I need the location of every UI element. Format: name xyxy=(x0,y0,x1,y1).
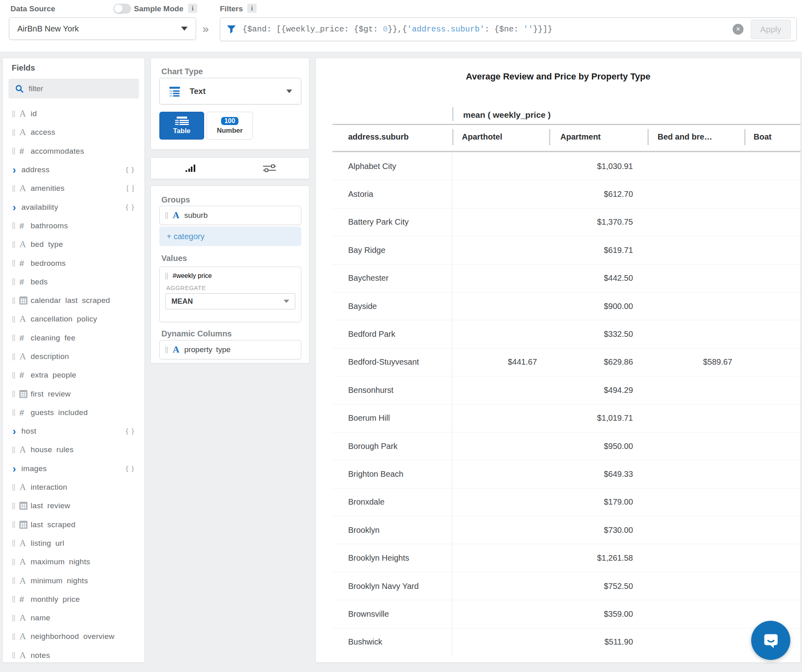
field-item[interactable]: accommodates xyxy=(3,142,144,161)
field-type-icon xyxy=(19,146,31,156)
field-name: accommodates xyxy=(31,147,84,156)
collapse-chevrons[interactable]: » xyxy=(203,23,209,35)
field-name: access xyxy=(31,128,55,137)
field-search-box[interactable] xyxy=(8,79,139,98)
field-item[interactable]: images { } xyxy=(3,459,144,478)
cell-apartment: $442.50 xyxy=(549,273,647,283)
field-item[interactable]: listing url xyxy=(3,534,144,553)
tab-chart-settings[interactable] xyxy=(151,158,230,179)
dynamic-column-chip[interactable]: A property type xyxy=(159,340,301,359)
field-name: extra people xyxy=(31,371,76,380)
field-item[interactable]: bed type xyxy=(3,235,144,254)
column-header-apartment: Apartment xyxy=(560,132,601,142)
field-item[interactable]: last scraped xyxy=(3,515,144,534)
sample-mode-info-icon[interactable]: i xyxy=(188,4,197,13)
field-item[interactable]: host { } xyxy=(3,422,144,440)
field-item[interactable]: extra people xyxy=(3,366,144,384)
field-item[interactable]: beds xyxy=(3,273,144,291)
cell-apartment: $649.33 xyxy=(549,470,647,479)
group-field-chip[interactable]: A suburb xyxy=(159,206,301,225)
tab-customize[interactable] xyxy=(230,158,309,179)
column-tick xyxy=(549,129,550,145)
field-item[interactable]: calendar last scraped xyxy=(3,291,144,310)
field-type-icon xyxy=(19,613,31,623)
field-item[interactable]: cancellation policy xyxy=(3,310,144,328)
drag-handle-icon xyxy=(13,484,15,491)
chat-launcher-button[interactable] xyxy=(751,621,790,660)
query-segment: }}]} xyxy=(533,25,552,34)
field-item[interactable]: description xyxy=(3,347,144,366)
field-item[interactable]: interaction xyxy=(3,478,144,497)
fields-title: Fields xyxy=(12,63,144,73)
groups-label: Groups xyxy=(161,195,190,205)
field-name: house rules xyxy=(31,445,74,454)
filters-info-icon[interactable]: i xyxy=(247,4,257,13)
apply-button[interactable]: Apply xyxy=(751,20,791,39)
field-item[interactable]: amenities [ ] xyxy=(3,179,144,198)
table-row: Baychester $442.50 xyxy=(332,264,800,292)
cell-suburb: Bedford-Stuyvesant xyxy=(332,349,452,376)
table-row: Bedford-Stuyvesant $441.67 $629.86 $589.… xyxy=(332,348,800,376)
drag-handle-icon xyxy=(13,577,15,584)
filter-query-box[interactable]: {$and: [{weekly_price: {$gt: 0}},{'addre… xyxy=(220,17,797,41)
cell-apartment: $1,019.71 xyxy=(549,413,647,423)
drag-handle-icon xyxy=(13,334,15,341)
field-item[interactable]: monthly price xyxy=(3,590,144,609)
table-row: Bronxdale $179.00 xyxy=(332,488,800,516)
field-item[interactable]: access xyxy=(3,123,144,142)
add-category-button[interactable]: + category xyxy=(159,227,301,246)
field-item[interactable]: availability { } xyxy=(3,198,144,216)
field-item[interactable]: id xyxy=(3,104,144,123)
field-item[interactable]: address { } xyxy=(3,161,144,179)
drag-handle-icon xyxy=(13,615,15,622)
number-subtype-button[interactable]: 100 Number xyxy=(207,112,253,140)
cell-apartment: $1,030.91 xyxy=(549,162,647,171)
table-row: Astoria $612.70 xyxy=(332,180,800,208)
table-subtype-button[interactable]: Table xyxy=(159,112,204,140)
field-item[interactable]: bedrooms xyxy=(3,254,144,272)
table-row: Bayside $900.00 xyxy=(332,292,800,320)
chart-type-label: Chart Type xyxy=(161,67,203,76)
cell-apartment: $359.00 xyxy=(549,609,647,619)
chart-preview-panel: Average Review and Price by Property Typ… xyxy=(315,58,801,663)
table-body: Alphabet City $1,030.91 Astoria $612.70 … xyxy=(316,152,800,656)
field-type-icon xyxy=(19,259,31,268)
field-item[interactable]: maximum nights xyxy=(3,553,144,571)
cell-apartment: $950.00 xyxy=(549,442,647,451)
field-item[interactable]: bathrooms xyxy=(3,217,144,235)
field-item[interactable]: guests included xyxy=(3,403,144,422)
values-label: Values xyxy=(161,254,187,263)
field-name: address xyxy=(21,165,50,174)
field-name: name xyxy=(31,614,50,622)
drag-handle-icon xyxy=(13,222,15,229)
table-row: Brooklyn Navy Yard $752.50 xyxy=(332,572,800,600)
field-search-input[interactable] xyxy=(29,84,125,93)
value-field-box[interactable]: # weekly price AGGREGATE MEAN xyxy=(159,267,301,322)
table-row: Brooklyn $730.00 xyxy=(332,516,800,544)
sample-mode-toggle[interactable] xyxy=(113,4,131,14)
cell-suburb: Brighton Beach xyxy=(332,460,452,488)
field-type-icon xyxy=(19,183,31,194)
cell-suburb: Brownsville xyxy=(332,600,452,628)
string-type-icon: A xyxy=(173,210,180,221)
field-item[interactable]: first review xyxy=(3,384,144,403)
table-icon xyxy=(174,116,190,125)
field-item[interactable]: name xyxy=(3,609,144,627)
table-row: Boerum Hill $1,019.71 xyxy=(332,404,800,432)
field-item[interactable]: minimum nights xyxy=(3,571,144,590)
field-item[interactable]: notes xyxy=(3,646,144,663)
field-type-icon xyxy=(19,314,31,324)
field-item[interactable]: house rules xyxy=(3,440,144,459)
field-item[interactable]: last review xyxy=(3,497,144,515)
filter-query-input[interactable]: {$and: [{weekly_price: {$gt: 0}},{'addre… xyxy=(242,25,552,34)
table-row: Bushwick $511.90 xyxy=(332,628,800,656)
chart-type-select[interactable]: Text xyxy=(159,78,301,104)
chevron-down-icon xyxy=(286,90,292,93)
field-item[interactable]: cleaning fee xyxy=(3,329,144,347)
data-source-select[interactable]: AirBnB New York xyxy=(9,17,196,40)
aggregate-select[interactable]: MEAN xyxy=(165,293,295,309)
clear-filter-icon[interactable] xyxy=(733,24,744,35)
field-item[interactable]: neighborhood overview xyxy=(3,627,144,646)
drag-handle-icon xyxy=(13,185,15,192)
field-name: description xyxy=(31,352,69,361)
